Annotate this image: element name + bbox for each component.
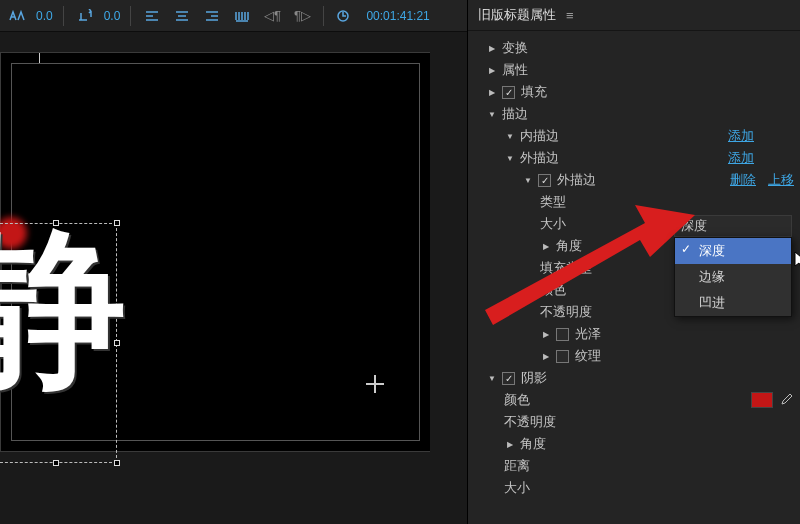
group-outer-stroke[interactable]: 外描边 添加 [468, 147, 800, 169]
group-shadow[interactable]: 阴影 [468, 367, 800, 389]
add-outer-stroke-link[interactable]: 添加 [728, 149, 754, 167]
align-center-icon[interactable] [171, 5, 193, 27]
align-left-icon[interactable] [141, 5, 163, 27]
sheen-checkbox[interactable] [556, 328, 569, 341]
prop-shadow-size: 大小 [468, 477, 800, 499]
resize-handle[interactable] [114, 340, 120, 346]
twirl-icon[interactable] [486, 86, 498, 98]
check-icon: ✓ [681, 242, 691, 256]
delete-stroke-link[interactable]: 删除 [730, 171, 756, 189]
timecode-value[interactable]: 00:01:41:21 [366, 9, 429, 23]
twirl-icon[interactable] [540, 240, 552, 252]
tab-icon[interactable] [231, 5, 253, 27]
add-inner-stroke-link[interactable]: 添加 [728, 127, 754, 145]
prop-shadow-distance: 距离 [468, 455, 800, 477]
type-option-inset[interactable]: 凹进 [675, 290, 791, 316]
baseline-icon[interactable] [74, 5, 96, 27]
type-dropdown-menu[interactable]: ✓ 深度 边缘 凹进 [674, 237, 792, 317]
panel-title: 旧版标题属性 [478, 6, 556, 24]
type-dropdown-value: 深度 [681, 217, 707, 235]
prop-sheen[interactable]: 光泽 [468, 323, 800, 345]
resize-handle[interactable] [53, 220, 59, 226]
separator [63, 6, 64, 26]
timecode-icon[interactable] [334, 5, 356, 27]
preview-area: 静 [0, 32, 467, 524]
group-stroke[interactable]: 描边 [468, 103, 800, 125]
title-toolbar: 0.0 0.0 ◁¶ ¶▷ 00:01:41:21 [0, 0, 467, 32]
twirl-icon[interactable] [504, 130, 516, 142]
prop-texture[interactable]: 纹理 [468, 345, 800, 367]
panel-title-bar: 旧版标题属性 ≡ [468, 0, 800, 31]
panel-body: 变换 属性 填充 描边 内描边 添加 [468, 31, 800, 524]
twirl-icon[interactable] [504, 152, 516, 164]
twirl-icon[interactable] [486, 64, 498, 76]
shadow-checkbox[interactable] [502, 372, 515, 385]
panel-menu-icon[interactable]: ≡ [566, 8, 574, 23]
twirl-icon[interactable] [486, 108, 498, 120]
show-video-icon[interactable]: ◁¶ [261, 5, 283, 27]
ruler-tick [39, 53, 40, 63]
type-option-edge[interactable]: 边缘 [675, 264, 791, 290]
show-video2-icon[interactable]: ¶▷ [291, 5, 313, 27]
group-inner-stroke[interactable]: 内描边 添加 [468, 125, 800, 147]
outer-stroke-item[interactable]: 外描边 删除 上移 [468, 169, 800, 191]
prop-shadow-color: 颜色 [468, 389, 800, 411]
title-canvas[interactable]: 静 [0, 52, 430, 452]
center-marker [366, 375, 384, 393]
twirl-icon[interactable] [540, 350, 552, 362]
twirl-icon[interactable] [540, 328, 552, 340]
prop-shadow-opacity: 不透明度 [468, 411, 800, 433]
twirl-icon[interactable] [486, 372, 498, 384]
baseline-value[interactable]: 0.0 [104, 9, 121, 23]
shadow-color-swatch[interactable] [752, 393, 772, 407]
kerning-value[interactable]: 0.0 [36, 9, 53, 23]
twirl-icon[interactable] [522, 174, 534, 186]
texture-checkbox[interactable] [556, 350, 569, 363]
resize-handle[interactable] [53, 460, 59, 466]
fill-checkbox[interactable] [502, 86, 515, 99]
resize-handle[interactable] [114, 220, 120, 226]
twirl-icon[interactable] [504, 438, 516, 450]
type-dropdown[interactable]: 深度 [674, 215, 792, 237]
kerning-icon[interactable] [6, 5, 28, 27]
preview-panel: 0.0 0.0 ◁¶ ¶▷ 00:01:41:21 [0, 0, 468, 524]
type-option-depth[interactable]: ✓ 深度 [675, 238, 791, 264]
text-selection-box[interactable]: 静 [0, 223, 117, 463]
move-up-stroke-link[interactable]: 上移 [768, 171, 794, 189]
separator [130, 6, 131, 26]
separator [323, 6, 324, 26]
properties-panel: 旧版标题属性 ≡ 变换 属性 填充 描边 内描边 [468, 0, 800, 524]
outer-stroke-checkbox[interactable] [538, 174, 551, 187]
align-right-icon[interactable] [201, 5, 223, 27]
eyedropper-icon[interactable] [778, 392, 794, 408]
group-fill[interactable]: 填充 [468, 81, 800, 103]
resize-handle[interactable] [114, 460, 120, 466]
twirl-icon[interactable] [486, 42, 498, 54]
prop-shadow-angle[interactable]: 角度 [468, 433, 800, 455]
prop-type: 类型 [468, 191, 800, 213]
title-text[interactable]: 静 [0, 224, 116, 394]
group-properties[interactable]: 属性 [468, 59, 800, 81]
group-transform[interactable]: 变换 [468, 37, 800, 59]
